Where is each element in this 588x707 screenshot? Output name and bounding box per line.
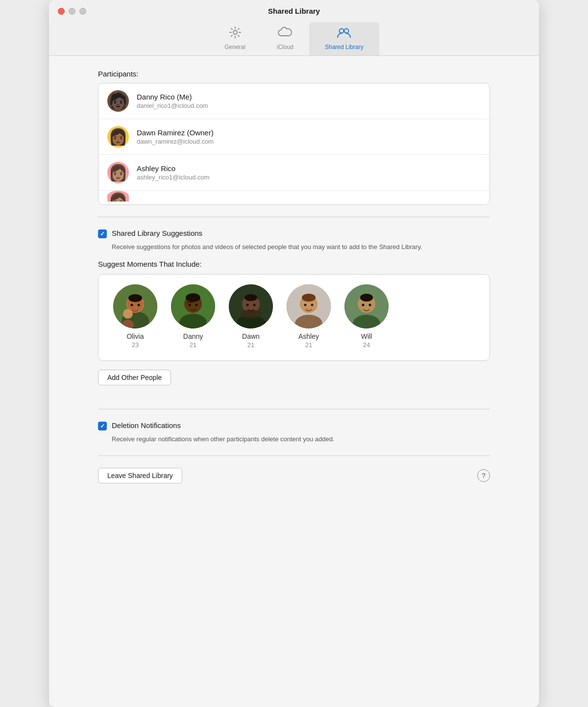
suggestions-title: Shared Library Suggestions (112, 229, 202, 237)
participants-label: Participants: (98, 70, 490, 78)
person-name-ashley: Ashley (298, 332, 319, 340)
photo-olivia (113, 284, 157, 328)
divider-1 (98, 217, 490, 217)
divider-3 (98, 455, 490, 456)
suggestions-checkbox-row: ✓ Shared Library Suggestions (98, 229, 490, 238)
participant-email-dawn: dawn_ramirez@icloud.com (137, 138, 214, 145)
main-content: Participants: 🧑🏿 Danny Rico (Me) daniel_… (49, 56, 539, 503)
person-count-dawn: 21 (247, 341, 254, 349)
leave-shared-library-button[interactable]: Leave Shared Library (98, 468, 182, 483)
tab-icloud-label: iCloud (277, 44, 294, 50)
svg-point-33 (304, 303, 307, 306)
avatar-ashley: 👩🏽 (107, 162, 129, 183)
avatar-danny: 🧑🏿 (107, 90, 129, 112)
svg-point-25 (245, 294, 257, 301)
person-name-will: Will (361, 332, 372, 340)
help-button[interactable]: ? (477, 469, 490, 482)
svg-point-11 (123, 309, 133, 319)
avatar-dawn: 👩🏾 (107, 126, 129, 148)
person-name-olivia: Olivia (126, 332, 144, 340)
person-count-danny: 21 (190, 341, 196, 349)
person-name-dawn: Dawn (242, 332, 260, 340)
photo-danny (171, 284, 215, 328)
titlebar: Shared Library General iCloud (49, 0, 539, 56)
svg-point-34 (311, 303, 314, 306)
tab-shared-library[interactable]: Shared Library (309, 22, 379, 55)
maximize-button[interactable] (79, 8, 86, 15)
photo-ashley (287, 284, 331, 328)
svg-point-0 (233, 30, 237, 34)
participant-row-danny: 🧑🏿 Danny Rico (Me) daniel_rico1@icloud.c… (98, 83, 490, 119)
svg-point-27 (253, 303, 256, 306)
photo-dawn (229, 284, 273, 328)
minimize-button[interactable] (69, 8, 75, 15)
svg-point-2 (344, 29, 349, 33)
people-grid-container: Olivia 23 (98, 274, 490, 361)
add-other-people-button[interactable]: Add Other People (98, 370, 171, 385)
svg-point-43 (369, 303, 371, 306)
deletion-checkbox[interactable]: ✓ (98, 422, 107, 430)
participant-row-ashley: 👩🏽 Ashley Rico ashley_rico1@icloud.com (98, 155, 490, 191)
checkmark-icon-2: ✓ (100, 423, 105, 429)
window-title: Shared Library (268, 7, 320, 15)
svg-point-8 (128, 294, 142, 302)
svg-point-41 (360, 294, 373, 302)
participant-name-danny: Danny Rico (Me) (137, 93, 208, 101)
svg-point-32 (302, 294, 316, 302)
person-dawn[interactable]: Dawn 21 (229, 284, 273, 349)
close-button[interactable] (58, 8, 65, 15)
tab-general-label: General (224, 44, 245, 50)
svg-point-42 (362, 303, 365, 306)
tab-bar: General iCloud (209, 22, 379, 55)
suggest-moments-label: Suggest Moments That Include: (98, 260, 490, 268)
deletion-description: Receive regular notifications when other… (112, 434, 490, 444)
deletion-checkbox-row: ✓ Deletion Notifications (98, 421, 490, 430)
svg-point-26 (246, 303, 249, 306)
person-count-ashley: 21 (305, 341, 312, 349)
tab-general[interactable]: General (209, 22, 261, 55)
participant-email-danny: daniel_rico1@icloud.com (137, 102, 208, 109)
suggestions-section: ✓ Shared Library Suggestions Receive sug… (98, 229, 490, 397)
window: Shared Library General iCloud (49, 0, 539, 707)
svg-point-18 (189, 303, 191, 306)
traffic-lights (58, 8, 86, 15)
person-will[interactable]: Will 24 (344, 284, 389, 349)
deletion-title: Deletion Notifications (112, 421, 181, 429)
people-grid: Olivia 23 (113, 284, 475, 349)
participant-row-partial: 👩🏽 (98, 191, 490, 204)
shared-library-icon (336, 26, 352, 42)
svg-point-17 (186, 293, 200, 302)
participant-name-ashley: Ashley Rico (137, 164, 209, 173)
person-name-danny: Danny (183, 332, 203, 340)
tab-shared-library-label: Shared Library (325, 44, 364, 50)
participant-name-dawn: Dawn Ramirez (Owner) (137, 128, 214, 137)
photo-will (344, 284, 389, 328)
person-olivia[interactable]: Olivia 23 (113, 284, 157, 349)
checkmark-icon: ✓ (100, 230, 105, 237)
person-danny[interactable]: Danny 21 (171, 284, 215, 349)
person-ashley[interactable]: Ashley 21 (287, 284, 331, 349)
suggestions-checkbox[interactable]: ✓ (98, 229, 107, 238)
person-count-will: 24 (363, 341, 370, 349)
bottom-bar: Leave Shared Library ? (98, 468, 490, 483)
deletion-section: ✓ Deletion Notifications Receive regular… (98, 421, 490, 444)
svg-point-19 (196, 303, 198, 306)
person-count-olivia: 23 (132, 341, 139, 349)
participant-row-dawn: 👩🏾 Dawn Ramirez (Owner) dawn_ramirez@icl… (98, 119, 490, 155)
participant-info-dawn: Dawn Ramirez (Owner) dawn_ramirez@icloud… (137, 128, 214, 145)
participant-info-danny: Danny Rico (Me) daniel_rico1@icloud.com (137, 93, 208, 109)
participant-info-ashley: Ashley Rico ashley_rico1@icloud.com (137, 164, 209, 181)
svg-point-1 (340, 29, 344, 33)
suggestions-description: Receive suggestions for photos and video… (112, 242, 490, 252)
cloud-icon (277, 26, 293, 42)
svg-point-9 (131, 303, 133, 306)
participants-list: 🧑🏿 Danny Rico (Me) daniel_rico1@icloud.c… (98, 83, 490, 205)
tab-icloud[interactable]: iCloud (261, 22, 309, 55)
participant-email-ashley: ashley_rico1@icloud.com (137, 174, 209, 181)
divider-2 (98, 409, 490, 409)
gear-icon (229, 26, 242, 42)
svg-point-10 (138, 303, 140, 306)
